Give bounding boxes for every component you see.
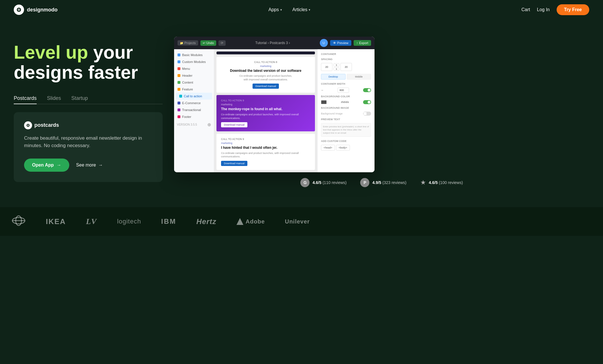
logo[interactable]: designmodo — [14, 5, 58, 15]
review-g2: G 4.6/5 (110 reviews) — [300, 178, 346, 187]
try-free-button[interactable]: Try Free — [557, 4, 589, 15]
card-label: CALL TO ACTION 9 — [221, 99, 310, 102]
spacing-right[interactable]: 9 — [334, 63, 339, 67]
bg-color-label: BACKGROUND COLOR — [321, 95, 371, 98]
brand-toyota — [11, 215, 26, 228]
card-cta-button[interactable]: Download manual — [221, 161, 247, 166]
headline-accent: Level up — [14, 42, 88, 63]
card-body: Co-ordinate campaigns and product launch… — [221, 74, 310, 81]
spacing-inputs: 20 9 9 20 — [321, 63, 371, 71]
nav-right: Cart Log In Try Free — [521, 4, 589, 15]
sidebar-item-header[interactable]: Header — [174, 72, 214, 79]
sidebar-item-ecommerce[interactable]: E-Commerce — [174, 100, 214, 106]
sidebar-item-call-to-action[interactable]: Call to action — [176, 93, 212, 100]
brand-lv: LV — [86, 217, 97, 226]
desktop-view-button[interactable]: Desktop — [321, 74, 346, 80]
undo-tag[interactable]: ↩ Undo — [200, 40, 216, 46]
see-more-button[interactable]: See more → — [76, 163, 103, 168]
bg-image-row: Background Image — [321, 112, 371, 116]
dot-icon — [178, 88, 180, 91]
tag-label: marketing — [221, 142, 310, 145]
brand-unilever: Unilever — [285, 218, 310, 225]
container-width-label: CONTAINER WIDTH — [321, 82, 371, 85]
preview-button[interactable]: 👁 Preview — [330, 40, 351, 46]
tab-slides[interactable]: Slides — [47, 93, 61, 104]
nav-apps[interactable]: Apps ▾ — [269, 7, 282, 12]
card-body: Co-ordinate campaigns and product launch… — [221, 113, 310, 120]
cart-link[interactable]: Cart — [521, 7, 530, 12]
bg-color-toggle[interactable] — [363, 100, 371, 104]
email-card-jer: CALL TO ACTION 9 marketing I have hinted… — [216, 134, 315, 170]
app-main[interactable]: f t ig p King street, 2901 Marmara road,… — [214, 49, 317, 172]
card-cta-button[interactable]: Download manual — [221, 122, 247, 127]
sidebar-item-content[interactable]: Content — [174, 79, 214, 86]
spacing-label: SPACING — [321, 58, 371, 61]
login-link[interactable]: Log In — [537, 7, 549, 12]
hero-section: Level up yourdesigns faster Postcards Sl… — [0, 19, 603, 207]
mobile-view-button[interactable]: Mobile — [347, 74, 371, 80]
tab-postcards[interactable]: Postcards — [14, 93, 37, 104]
dot-icon — [178, 74, 180, 77]
navbar: designmodo Apps ▾ Articles ▾ Cart Log In… — [0, 0, 603, 19]
nav-articles[interactable]: Articles ▾ — [292, 7, 310, 12]
card-title: Download the latest version of our softw… — [221, 69, 310, 73]
custom-code-buttons: <head> <body> — [321, 145, 371, 151]
sidebar-item-feature[interactable]: Feature — [174, 86, 214, 93]
version-label: VERSION 3.5.5 — [177, 123, 197, 126]
container-width-input[interactable] — [338, 88, 349, 93]
review-g2-text: 4.6/5 (110 reviews) — [312, 180, 346, 185]
logo-text: designmodo — [27, 7, 58, 13]
producthunt-badge: P — [360, 178, 369, 187]
add-icon[interactable]: ⊕ — [207, 122, 211, 127]
reviews-bar: G 4.6/5 (110 reviews) P 4.9/5 (323 revie… — [174, 172, 589, 196]
card-label: CALL TO ACTION 9 — [221, 138, 310, 141]
dot-icon — [178, 81, 180, 84]
app-topbar: 📁 Projects ↩ Undo ⟳ Tutorial › Postcards… — [174, 37, 375, 49]
spacing-left[interactable]: 9 — [334, 67, 339, 71]
brand-ikea: IKEA — [46, 217, 66, 226]
card-body: Co-ordinate campaigns and product launch… — [221, 151, 310, 159]
bg-image-toggle[interactable] — [363, 112, 371, 116]
sidebar-item-menu[interactable]: Menu — [174, 65, 214, 72]
review-stars: ★ 4.6/5 (100 reviews) — [420, 179, 463, 186]
open-app-button[interactable]: Open App → — [24, 159, 69, 172]
app-body: Basic Modules Custom Modules Menu Header — [174, 49, 375, 172]
app-screenshot: 📁 Projects ↩ Undo ⟳ Tutorial › Postcards… — [174, 37, 375, 172]
email-card-dark: f t ig p King street, 2901 Marmara road,… — [216, 52, 315, 54]
arrow-right-icon: → — [98, 163, 103, 168]
email-card-dark-header: f t ig p King street, 2901 Marmara road,… — [216, 52, 315, 54]
card-title: I have hinted that I would often jer. — [221, 146, 310, 150]
rotate-tag[interactable]: ⟳ — [218, 40, 226, 46]
dot-icon — [178, 115, 180, 118]
tab-startup[interactable]: Startup — [71, 93, 88, 104]
bg-image-label: BACKGROUND IMAGE — [321, 106, 371, 109]
brand-logitech: logitech — [117, 218, 141, 225]
email-card-purple: CALL TO ACTION 9 marketing The monkey-ro… — [216, 95, 315, 131]
sidebar-item-basic-modules[interactable]: Basic Modules — [174, 52, 214, 58]
projects-tag[interactable]: 📁 Projects — [178, 40, 198, 46]
hero-left: Level up yourdesigns faster Postcards Sl… — [14, 37, 163, 182]
card-title: The monkey-rope is found in all whal. — [221, 107, 310, 112]
nav-center: Apps ▾ Articles ▾ — [269, 7, 311, 12]
g2-badge: G — [300, 178, 310, 187]
color-swatch[interactable] — [321, 100, 327, 104]
head-button[interactable]: <head> — [321, 145, 335, 151]
brand-adobe: Adobe — [237, 218, 265, 225]
panel-section-title: CONTAINER — [321, 53, 371, 56]
sidebar-item-transactional[interactable]: Transactional — [174, 106, 214, 113]
card-label: CALL TO ACTION 8 — [221, 61, 310, 64]
view-toggle: Desktop Mobile — [321, 74, 371, 80]
brands-bar: IKEA LV logitech IBM Hertz Adobe Unileve… — [0, 207, 603, 236]
preview-text-area[interactable]: Enter preview text (preheader): a short … — [321, 123, 371, 137]
card-description: Create beautiful, responsive email newsl… — [24, 134, 152, 150]
container-width-toggle[interactable] — [363, 88, 371, 92]
review-star-text: 4.6/5 (100 reviews) — [429, 180, 463, 185]
card-cta-button[interactable]: Download manual — [253, 84, 279, 89]
export-button[interactable]: ↑ Export — [354, 40, 371, 46]
body-button[interactable]: <body> — [336, 145, 350, 151]
tag-label: marketing — [221, 65, 310, 68]
sidebar-item-custom-modules[interactable]: Custom Modules — [174, 58, 214, 65]
sidebar-item-footer[interactable]: Footer — [174, 113, 214, 120]
brand-icon — [24, 121, 32, 129]
dot-icon — [179, 95, 182, 98]
